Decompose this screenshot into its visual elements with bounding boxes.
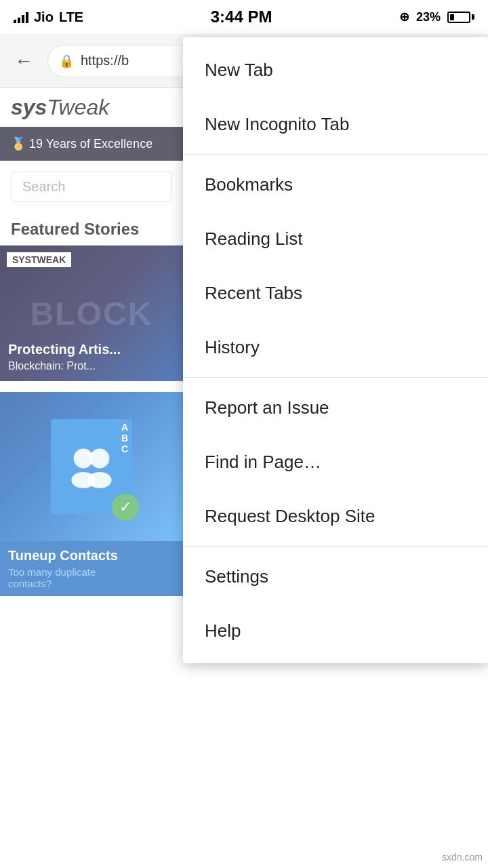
dropdown-menu: New Tab New Incognito Tab Bookmarks Read… — [183, 37, 488, 663]
back-button[interactable]: ← — [7, 44, 41, 78]
menu-item-new-incognito-tab[interactable]: New Incognito Tab — [183, 97, 488, 151]
menu-item-request-desktop[interactable]: Request Desktop Site — [183, 489, 488, 543]
carrier-label: Jio — [34, 9, 54, 25]
menu-item-history[interactable]: History — [183, 320, 488, 374]
status-bar: Jio LTE 3:44 PM ⊕ 23% — [0, 0, 488, 34]
menu-item-new-tab[interactable]: New Tab — [183, 43, 488, 97]
menu-item-report-issue[interactable]: Report an Issue — [183, 380, 488, 435]
time-display: 3:44 PM — [211, 7, 272, 26]
menu-item-reading-list[interactable]: Reading List — [183, 212, 488, 266]
menu-divider-2 — [183, 377, 488, 378]
page-overlay — [0, 88, 183, 868]
url-text: https://b — [81, 53, 129, 68]
battery-percent: 23% — [416, 10, 441, 24]
status-right: ⊕ 23% — [399, 9, 474, 24]
battery-icon — [447, 12, 474, 23]
menu-item-settings[interactable]: Settings — [183, 549, 488, 604]
menu-item-bookmarks[interactable]: Bookmarks — [183, 157, 488, 212]
watermark: sxdn.com — [442, 852, 483, 863]
lock-icon: 🔒 — [59, 54, 74, 68]
network-type-label: LTE — [59, 9, 83, 25]
lock-status-icon: ⊕ — [399, 9, 409, 24]
menu-item-help[interactable]: Help — [183, 604, 488, 658]
menu-item-find-in-page[interactable]: Find in Page… — [183, 435, 488, 489]
signal-icon — [14, 11, 28, 23]
status-left: Jio LTE — [14, 9, 83, 25]
menu-item-recent-tabs[interactable]: Recent Tabs — [183, 266, 488, 320]
menu-divider-3 — [183, 546, 488, 547]
menu-divider-1 — [183, 154, 488, 155]
